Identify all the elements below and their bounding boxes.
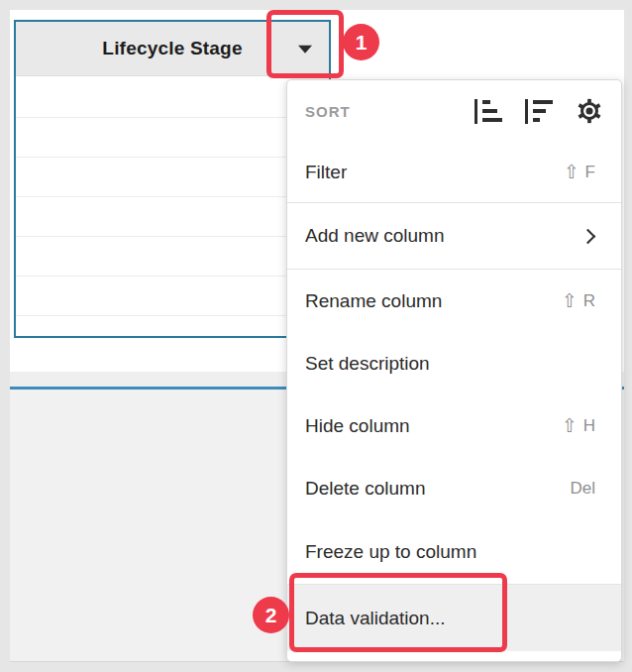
step-2-badge: 2 — [253, 597, 289, 633]
menu-item-label: Filter — [305, 162, 347, 183]
shortcut-hide: ⇧ H — [562, 416, 595, 436]
menu-row-sort: SORT — [287, 80, 621, 142]
menu-item-hide-column[interactable]: Hide column ⇧ H — [287, 394, 621, 457]
menu-item-label: Add new column — [305, 225, 444, 247]
header-bottom-border — [16, 75, 329, 76]
menu-item-label: Delete column — [305, 478, 425, 500]
menu-item-label: Set description — [305, 353, 430, 375]
sort-section-label: SORT — [305, 103, 351, 120]
menu-item-set-description[interactable]: Set description — [287, 332, 621, 394]
shift-icon: ⇧ — [562, 291, 578, 310]
menu-item-filter[interactable]: Filter ⇧ F — [287, 142, 621, 202]
sort-ascending-icon[interactable] — [474, 99, 502, 124]
shortcut-delete: Del — [570, 479, 595, 499]
sort-icons-group — [474, 97, 603, 125]
row-divider — [16, 117, 329, 118]
column-context-menu: SORT — [286, 79, 622, 662]
menu-item-data-validation[interactable]: Data validation... — [287, 585, 621, 651]
row-divider — [16, 315, 329, 316]
row-divider — [16, 157, 329, 158]
app-canvas: Lifecycle Stage SORT — [0, 0, 632, 672]
column-header-label: Lifecycle Stage — [102, 38, 242, 59]
menu-item-add-new-column[interactable]: Add new column — [287, 203, 621, 269]
shift-icon: ⇧ — [562, 416, 578, 435]
shortcut-filter: ⇧ F — [564, 163, 595, 182]
menu-item-label: Rename column — [305, 290, 442, 312]
sort-descending-icon[interactable] — [525, 99, 553, 124]
menu-item-delete-column[interactable]: Delete column Del — [287, 457, 621, 520]
submenu-chevron-icon — [580, 228, 596, 244]
shortcut-rename: ⇧ R — [562, 291, 595, 311]
menu-item-freeze-up-to-column[interactable]: Freeze up to column — [287, 520, 621, 584]
column-menu-caret-icon[interactable] — [298, 46, 312, 54]
menu-item-label: Hide column — [305, 415, 410, 437]
menu-item-label: Freeze up to column — [305, 541, 476, 563]
step-1-badge: 1 — [343, 24, 379, 60]
row-divider — [16, 276, 329, 277]
column-header-lifecycle-stage[interactable]: Lifecycle Stage — [16, 22, 329, 75]
menu-item-label: Data validation... — [305, 608, 446, 629]
row-divider — [16, 236, 329, 237]
row-divider — [16, 196, 329, 197]
menu-item-rename-column[interactable]: Rename column ⇧ R — [287, 270, 621, 332]
shift-icon: ⇧ — [564, 163, 579, 181]
sort-settings-gear-icon[interactable] — [576, 97, 603, 125]
step-2-number: 2 — [265, 604, 277, 627]
step-1-number: 1 — [356, 31, 368, 55]
menu-bottom-padding — [287, 651, 621, 663]
